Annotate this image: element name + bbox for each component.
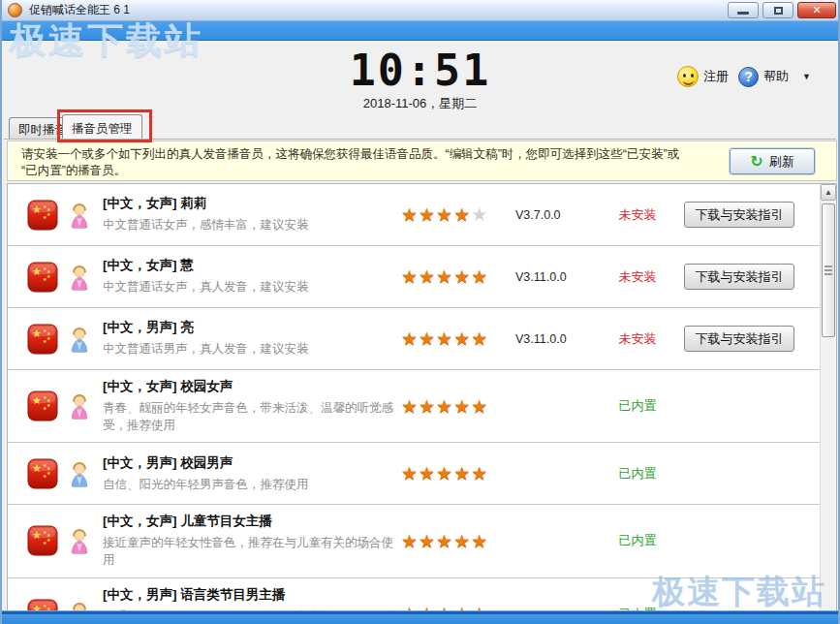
row-title: [中文，男声] 语言类节目男主播 bbox=[103, 586, 393, 604]
row-title: [中文，女声] 莉莉 bbox=[103, 195, 393, 212]
tab-announcer-management[interactable]: 播音员管理 bbox=[62, 114, 142, 139]
china-flag-icon: ★ ★ ★ ★ ★ bbox=[27, 200, 58, 231]
svg-text:★: ★ bbox=[32, 529, 42, 541]
date: 2018-11-06，星期二 bbox=[4, 95, 836, 112]
svg-text:★: ★ bbox=[43, 338, 47, 344]
download-install-button[interactable]: 下载与安装指引 bbox=[684, 202, 794, 228]
person-icon bbox=[69, 527, 90, 554]
row-desc: 中文普通话女声，真人发音，建议安装 bbox=[103, 278, 393, 296]
refresh-button[interactable]: ↻ 刷新 bbox=[730, 148, 815, 174]
row-version: V3.7.0.0 bbox=[515, 208, 591, 222]
star-filled-icon: ★ bbox=[471, 266, 488, 287]
status-badge: 已内置 bbox=[591, 397, 684, 415]
star-filled-icon: ★ bbox=[436, 396, 453, 417]
star-filled-icon: ★ bbox=[471, 328, 488, 349]
star-filled-icon: ★ bbox=[453, 266, 471, 287]
scroll-up-button[interactable]: ▲ bbox=[821, 184, 836, 201]
china-flag-icon: ★ ★ ★ ★ ★ bbox=[27, 458, 58, 489]
star-filled-icon: ★ bbox=[401, 266, 419, 287]
person-icon bbox=[69, 392, 90, 420]
svg-text:★: ★ bbox=[32, 328, 42, 339]
star-filled-icon: ★ bbox=[401, 463, 419, 484]
star-rating: ★★★★★ bbox=[401, 530, 515, 552]
table-row: ★ ★ ★ ★ ★ [中文，女声] 儿童节目女主播 接近童声的年轻女性音色，推荐… bbox=[8, 505, 820, 577]
star-filled-icon: ★ bbox=[436, 204, 453, 225]
star-filled-icon: ★ bbox=[436, 266, 453, 287]
row-title: [中文，女声] 校园女声 bbox=[103, 378, 393, 395]
svg-text:★: ★ bbox=[47, 273, 51, 279]
refresh-icon: ↻ bbox=[750, 154, 762, 170]
svg-text:★: ★ bbox=[32, 394, 42, 406]
table-row: ★ ★ ★ ★ ★ [中文，女声] 校园女声 青春、靓丽的年轻女声音色，带来活泼… bbox=[8, 370, 820, 443]
row-version: V3.11.0.0 bbox=[515, 270, 591, 284]
star-empty-icon: ★ bbox=[471, 204, 488, 225]
tab-strip: 即时播音 播音员管理 bbox=[4, 115, 836, 140]
star-filled-icon: ★ bbox=[419, 204, 436, 225]
person-icon bbox=[69, 202, 90, 229]
star-filled-icon: ★ bbox=[471, 396, 488, 417]
star-filled-icon: ★ bbox=[453, 204, 471, 225]
svg-text:★: ★ bbox=[47, 470, 51, 476]
star-filled-icon: ★ bbox=[419, 531, 436, 551]
star-rating: ★★★★★ bbox=[401, 203, 515, 226]
notice-bar: 请安装一个或多个如下列出的真人发音播音员，这将确保您获得最佳语音品质。“编辑文稿… bbox=[7, 140, 837, 181]
person-icon bbox=[69, 460, 90, 487]
status-badge: 已内置 bbox=[591, 465, 684, 483]
svg-text:★: ★ bbox=[32, 203, 42, 215]
help-button[interactable]: ? 帮助 bbox=[738, 67, 789, 87]
china-flag-icon: ★ ★ ★ ★ ★ bbox=[27, 262, 58, 293]
svg-text:★: ★ bbox=[43, 276, 47, 282]
row-desc: 接近童声的年轻女性音色，推荐在与儿童有关的场合使用 bbox=[103, 534, 393, 569]
svg-text:★: ★ bbox=[43, 540, 47, 546]
maximize-button[interactable] bbox=[762, 2, 793, 18]
smiley-icon bbox=[677, 66, 699, 87]
download-install-button[interactable]: 下载与安装指引 bbox=[684, 326, 794, 352]
register-label: 注册 bbox=[703, 68, 729, 85]
table-row: ★ ★ ★ ★ ★ [中文，男声] 亮 中文普通话男声，真人发音，建议安装 ★★… bbox=[8, 308, 820, 370]
blue-strip bbox=[2, 21, 840, 41]
bottom-bar bbox=[2, 610, 840, 624]
announcer-list-panel: ★ ★ ★ ★ ★ [中文，女声] 莉莉 中文普通话女声，感情丰富，建议安装 ★… bbox=[7, 183, 837, 612]
star-filled-icon: ★ bbox=[471, 531, 488, 551]
star-filled-icon: ★ bbox=[453, 531, 471, 551]
china-flag-icon: ★ ★ ★ ★ ★ bbox=[27, 525, 58, 556]
svg-text:★: ★ bbox=[47, 335, 51, 341]
maximize-icon bbox=[774, 7, 783, 15]
svg-text:★: ★ bbox=[47, 537, 51, 543]
star-filled-icon: ★ bbox=[419, 328, 436, 349]
close-button[interactable]: ✕ bbox=[797, 2, 836, 18]
star-filled-icon: ★ bbox=[453, 463, 471, 484]
window-title: 促销喊话全能王 6 1 bbox=[29, 2, 130, 18]
app-icon bbox=[8, 3, 22, 17]
row-desc: 中文普通话女声，感情丰富，建议安装 bbox=[103, 216, 393, 234]
chevron-down-icon[interactable]: ▼ bbox=[802, 72, 811, 81]
minimize-button[interactable] bbox=[728, 2, 759, 18]
scrollbar[interactable]: ▲ bbox=[820, 184, 836, 611]
row-desc: 中文普通话男声，真人发音，建议安装 bbox=[103, 340, 393, 358]
star-rating: ★★★★★ bbox=[401, 265, 515, 288]
table-row: ★ ★ ★ ★ ★ [中文，男声] 校园男声 自信、阳光的年轻男声音色，推荐使用… bbox=[8, 443, 820, 505]
star-rating: ★★★★★ bbox=[401, 328, 515, 350]
scrollbar-thumb[interactable] bbox=[822, 203, 835, 337]
table-row: ★ ★ ★ ★ ★ [中文，男声] 语言类节目男主播 稳重、大气的男声音色，特别… bbox=[8, 578, 820, 613]
row-title: [中文，女声] 儿童节目女主播 bbox=[103, 513, 393, 530]
row-desc: 青春、靓丽的年轻女声音色，带来活泼、温馨的听觉感受，推荐使用 bbox=[103, 399, 393, 434]
row-version: V3.11.0.0 bbox=[515, 332, 591, 346]
notice-text: 请安装一个或多个如下列出的真人发音播音员，这将确保您获得最佳语音品质。“编辑文稿… bbox=[21, 146, 690, 179]
star-filled-icon: ★ bbox=[436, 463, 453, 484]
status-badge: 未安装 bbox=[591, 268, 684, 286]
download-install-button[interactable]: 下载与安装指引 bbox=[684, 264, 794, 290]
star-filled-icon: ★ bbox=[419, 396, 436, 417]
table-row: ★ ★ ★ ★ ★ [中文，女声] 慧 中文普通话女声，真人发音，建议安装 ★★… bbox=[8, 246, 820, 308]
star-filled-icon: ★ bbox=[471, 463, 488, 484]
close-icon: ✕ bbox=[812, 4, 821, 16]
question-icon: ? bbox=[738, 67, 759, 87]
china-flag-icon: ★ ★ ★ ★ ★ bbox=[27, 390, 58, 421]
star-filled-icon: ★ bbox=[401, 531, 419, 551]
register-button[interactable]: 注册 bbox=[677, 66, 729, 87]
scrollbar-grip-icon bbox=[824, 269, 832, 271]
status-badge: 未安装 bbox=[591, 330, 684, 348]
star-rating: ★★★★★ bbox=[401, 395, 515, 418]
svg-text:★: ★ bbox=[47, 402, 51, 408]
row-title: [中文，男声] 校园男声 bbox=[103, 454, 393, 472]
